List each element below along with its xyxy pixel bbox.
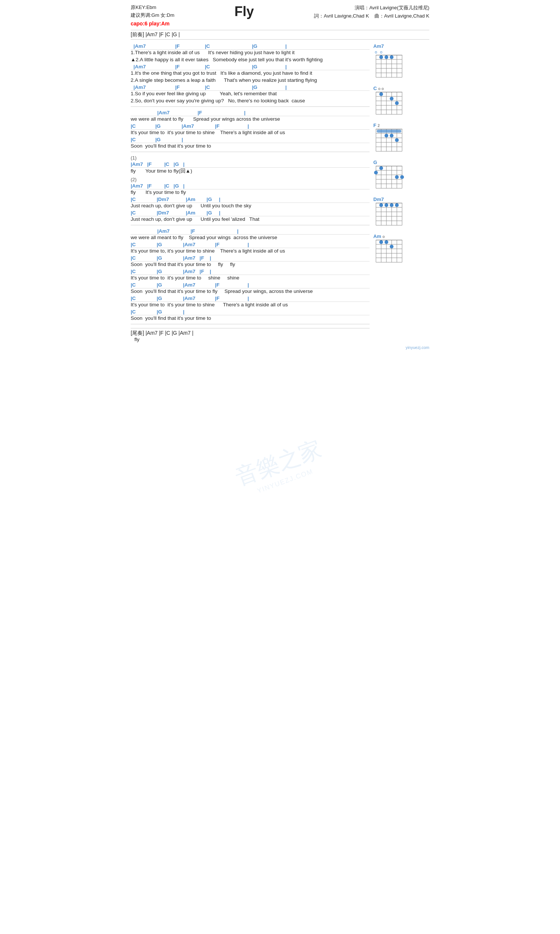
svg-point-77	[395, 203, 399, 207]
lyric-2b: 2.A single step becomes a leap a faith T…	[131, 77, 369, 83]
lyricist-composer: 詞：Avril Lavigne,Chad K 曲：Avril Lavigne,C…	[314, 12, 429, 20]
prelude-line: [前奏] |Am7 |F |C |G |	[131, 30, 429, 40]
prelude-text: [前奏] |Am7 |F |C |G |	[131, 31, 180, 37]
lyric-3b: 2.So, don't you ever say you're giving u…	[131, 98, 369, 103]
part1-lyric: fly Your time to fly(回▲)	[131, 168, 369, 174]
part2-lyric1: fly It's your time to fly	[131, 190, 369, 195]
chorus2-lyric1: we were all meant to fly Spread your win…	[131, 234, 369, 240]
chorus2-lyric2: It's your time to, it's your time to shi…	[131, 248, 369, 254]
chord-line-2a: |Am7 |F |C |G |	[131, 64, 369, 70]
lyric-1a: 1.There's a light inside all of us It's …	[131, 50, 369, 55]
svg-point-14	[390, 55, 394, 59]
part2-chord3: |C |Dm7 |Am |G |	[131, 210, 369, 216]
chorus2-chord4: |C |G |Am7 |F |	[131, 269, 369, 275]
header: 原KEY:Ebm 建议男调:Gm 女:Dm capo:6 play:Am Fly…	[131, 4, 429, 28]
svg-point-29	[395, 101, 399, 105]
chorus-pre-lyric1: we were all meant to fly Spread your win…	[131, 116, 369, 122]
dm7-grid	[373, 203, 405, 227]
svg-point-91	[385, 240, 388, 244]
song-title: Fly	[174, 4, 314, 19]
lyric-2a: 1.It's the one thing that you got to tru…	[131, 70, 369, 76]
am-grid	[373, 240, 405, 264]
chord-line-3a: |Am7 |F |C |G |	[131, 85, 369, 91]
svg-point-90	[379, 240, 383, 244]
am7-grid	[373, 55, 405, 79]
svg-point-12	[379, 55, 383, 59]
composer: 曲：Avril Lavigne,Chad K	[374, 13, 429, 18]
diagram-f: F 2	[373, 123, 429, 154]
chorus2-lyric4: It's your time to it's your time to shin…	[131, 275, 369, 281]
part1-section: (1) |Am7 |F |C |G | fly Your time to fly…	[131, 155, 369, 174]
svg-point-61	[400, 175, 404, 179]
chorus2-lyric6: It's your time to it's your time to shin…	[131, 302, 369, 307]
chorus-pre-chord3: |C |G |	[131, 137, 369, 143]
chorus2-lyric3: Soon you'll find that it's your time to …	[131, 262, 369, 267]
divider-4	[131, 324, 369, 324]
chord-diagrams-col: Am7 oo	[369, 43, 429, 344]
svg-point-74	[379, 203, 383, 207]
lyric-3a: 1.So if you ever feel like giving up Yea…	[131, 91, 369, 96]
outro-label: [尾奏]	[131, 330, 144, 336]
part1-chord: |Am7 |F |C |G |	[131, 162, 369, 168]
part2-label: (2)	[131, 177, 369, 182]
header-left: 原KEY:Ebm 建议男调:Gm 女:Dm capo:6 play:Am	[131, 4, 174, 28]
diagram-am: Am o	[373, 233, 429, 265]
chorus2-chord5: |C |G |Am7 |F |	[131, 282, 369, 288]
header-right: 演唱：Avril Lavigne(艾薇儿拉维尼) 詞：Avril Lavigne…	[314, 4, 429, 20]
lyricist: 詞：Avril Lavigne,Chad K	[314, 13, 369, 18]
svg-point-75	[385, 203, 388, 207]
c-grid	[373, 92, 405, 116]
chorus-pre-chord1: |Am7 |F |	[131, 110, 369, 116]
divider-1	[131, 106, 369, 107]
svg-point-28	[390, 97, 394, 100]
part2-chord1: |Am7 |F |C |G |	[131, 183, 369, 190]
lyric-1b: ▲2.A little happy is all it ever takes S…	[131, 57, 369, 62]
verse-section: |Am7 |F |C |G | 1.There's a light inside…	[131, 43, 369, 103]
chorus2-chord3: |C |G |Am7 |F |	[131, 255, 369, 262]
outro-section: [尾奏] |Am7 |F |C |G |Am7 |	[131, 328, 369, 337]
main-content: |Am7 |F |C |G | 1.There's a light inside…	[131, 43, 369, 344]
svg-point-13	[385, 55, 388, 59]
chorus2-chord2: |C |G |Am7 |F |	[131, 242, 369, 248]
diagram-am7: Am7 oo	[373, 43, 429, 80]
svg-point-45	[395, 138, 399, 142]
original-key: 原KEY:Ebm	[131, 4, 174, 12]
f-grid	[373, 129, 405, 153]
svg-rect-42	[377, 129, 402, 133]
chorus2-section: |Am7 |F | we were all meant to fly Sprea…	[131, 228, 369, 321]
chorus-pre-lyric2: It's your time to it's your time to shin…	[131, 129, 369, 135]
chorus-pre-lyric3: Soon you'll find that it's your time to	[131, 143, 369, 149]
chorus-pre-chord2: |C |G |Am7 |F |	[131, 123, 369, 129]
chorus2-chord1: |Am7 |F |	[131, 228, 369, 234]
diagram-g: G	[373, 160, 429, 191]
g-grid	[373, 166, 405, 190]
capo-info: capo:6 play:Am	[131, 19, 174, 28]
diagram-c: C o o	[373, 86, 429, 117]
svg-point-59	[379, 166, 383, 170]
part2-lyric2: Just reach up, don't give up Until you t…	[131, 203, 369, 208]
diagram-dm7: Dm7	[373, 197, 429, 228]
svg-point-44	[390, 134, 394, 137]
site-brand: yinyuezj.com	[131, 345, 429, 350]
chorus2-lyric7: Soon you'll find that it's your time to	[131, 315, 369, 321]
svg-point-27	[379, 92, 383, 96]
part2-lyric3: Just reach up, don't give up Until you f…	[131, 216, 369, 222]
svg-point-58	[374, 171, 378, 174]
site-brand-text: yinyuezj.com	[405, 345, 429, 350]
outro-lyric: fly	[131, 337, 369, 342]
svg-point-76	[390, 203, 394, 207]
chorus-pre-section: |Am7 |F | we were all meant to fly Sprea…	[131, 110, 369, 149]
svg-point-60	[395, 175, 399, 179]
part2-chord2: |C |Dm7 |Am |G |	[131, 197, 369, 203]
part1-label: (1)	[131, 155, 369, 161]
chorus2-chord7: |C |G |	[131, 309, 369, 315]
part2-section: (2) |Am7 |F |C |G | fly It's your time t…	[131, 177, 369, 222]
chorus2-chord6: |C |G |Am7 |F |	[131, 296, 369, 302]
outro-chord: |Am7 |F |C |G |Am7 |	[146, 330, 193, 336]
svg-point-43	[385, 134, 388, 137]
chorus2-lyric5: Soon you'll find that it's your time to …	[131, 288, 369, 294]
divider-3	[131, 225, 369, 225]
chord-line-1a: |Am7 |F |C |G |	[131, 43, 369, 50]
divider-2	[131, 152, 369, 152]
suggest-key: 建议男调:Gm 女:Dm	[131, 12, 174, 19]
